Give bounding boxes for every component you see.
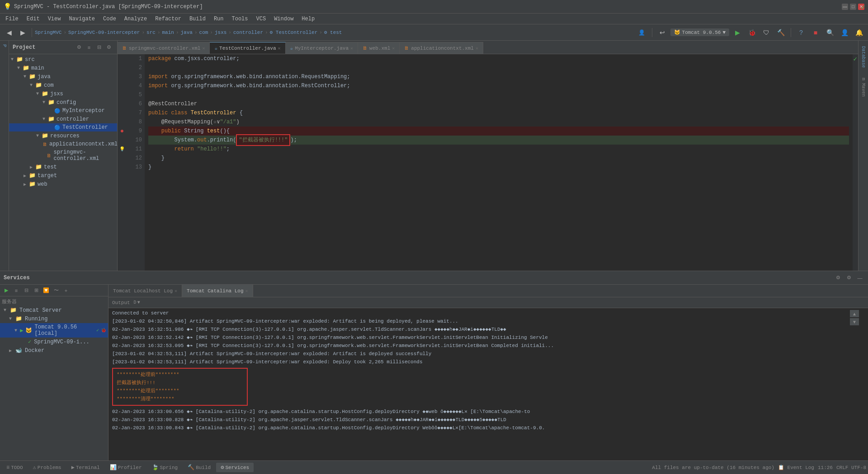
bottom-tab-todo[interactable]: ≡ TODO: [2, 463, 28, 472]
forward-button[interactable]: ▶: [16, 26, 29, 39]
menu-build[interactable]: Build: [186, 15, 209, 23]
tree-item-src[interactable]: ▼ 📁 src: [9, 55, 117, 64]
breadcrumb-module[interactable]: SpringMVC-09-intercepter: [68, 30, 140, 35]
svc-wave-btn[interactable]: 〜: [52, 286, 61, 295]
breadcrumb-testcontroller[interactable]: ⚙ TestController: [270, 29, 318, 35]
tab-springmvc-xml[interactable]: 🗎 springmvc-controller.xml ✕: [118, 42, 210, 54]
breakpoint-9[interactable]: ●: [120, 127, 124, 135]
tree-item-resources[interactable]: ▼ 📁 resources: [9, 131, 117, 140]
tree-item-web[interactable]: ▶ 📁 web: [9, 180, 117, 188]
sidebar-gear-btn[interactable]: ⚙: [75, 43, 84, 52]
bottom-tab-spring[interactable]: 🍃 Spring: [147, 463, 183, 472]
editor-scrollbar[interactable]: ✓: [853, 54, 858, 271]
search-everywhere-button[interactable]: 🔍: [824, 26, 836, 39]
menu-run[interactable]: Run: [210, 15, 227, 23]
tree-item-appctx[interactable]: 🗎 applicationcontxt.xml: [9, 140, 117, 148]
svc-filter2-btn[interactable]: 🔽: [42, 286, 51, 295]
log-tab-localhost[interactable]: Tomcat Localhost Log ✕: [108, 285, 182, 297]
tab-appctx[interactable]: 🗎 applicationcontxt.xml ✕: [400, 42, 483, 54]
tree-item-jsxs[interactable]: ▼ 📁 jsxs: [9, 89, 117, 98]
maximize-button[interactable]: □: [850, 4, 856, 10]
sidebar-collapse-btn[interactable]: ⊟: [94, 43, 104, 52]
svc-docker[interactable]: ▶ 🐋 Docker: [0, 346, 108, 355]
tree-item-myinterceptor[interactable]: 🔵 MyInterceptor: [9, 107, 117, 115]
tree-item-springmvc-xml[interactable]: 🗎 springmvc-controller.xml: [9, 148, 117, 163]
sidebar-settings-btn[interactable]: ⚙: [104, 43, 113, 52]
menu-refactor[interactable]: Refactor: [151, 15, 185, 23]
menu-navigate[interactable]: Navigate: [65, 15, 99, 23]
svc-run-btn[interactable]: ▶: [2, 286, 11, 295]
panel-settings-btn[interactable]: ⚙: [834, 273, 843, 282]
notifications-button[interactable]: 🔔: [853, 26, 865, 39]
menu-window[interactable]: Window: [270, 15, 297, 23]
menu-analyze[interactable]: Analyze: [121, 15, 151, 23]
tab-close-tc[interactable]: ✕: [278, 46, 281, 51]
breadcrumb-controller[interactable]: controller: [233, 30, 263, 35]
tree-item-testcontroller[interactable]: 🔵 TestController: [9, 123, 117, 131]
settings-button[interactable]: 👤: [636, 26, 648, 39]
menu-file[interactable]: File: [2, 15, 22, 23]
bottom-tab-profiler[interactable]: 📊 Profiler: [105, 463, 146, 472]
tree-item-config[interactable]: ▼ 📁 config: [9, 98, 117, 107]
breadcrumb-java[interactable]: java: [181, 30, 193, 35]
back-button[interactable]: ◀: [3, 26, 15, 39]
bottom-tab-problems[interactable]: ⚠ Problems: [28, 463, 66, 472]
menu-tools[interactable]: Tools: [228, 15, 252, 23]
breadcrumb-src[interactable]: src: [146, 30, 156, 35]
tab-close-mi[interactable]: ✕: [350, 46, 353, 51]
sidebar-expand-btn[interactable]: ≡: [85, 43, 94, 52]
maven-tab[interactable]: m Maven: [861, 74, 866, 100]
bottom-tab-build[interactable]: 🔨 Build: [183, 463, 215, 472]
bottom-tab-services[interactable]: ⚙ Services: [216, 463, 254, 472]
svc-tomcat-server[interactable]: ▼ 📁 Tomcat Server: [0, 306, 108, 314]
svc-add-btn[interactable]: +: [61, 286, 71, 295]
tree-item-main[interactable]: ▼ 📁 main: [9, 64, 117, 72]
status-event-log[interactable]: 📋 Event Log: [778, 465, 814, 470]
coverage-button[interactable]: 🛡: [760, 26, 773, 39]
bottom-tab-terminal[interactable]: ▶ Terminal: [67, 463, 104, 472]
tab-myinterceptor[interactable]: ☕ MyInterceptor.java ✕: [286, 42, 358, 54]
breadcrumb-com[interactable]: com: [199, 30, 208, 35]
tab-webxml[interactable]: 🗎 web.xml ✕: [358, 42, 400, 54]
log-tab-catalina-close[interactable]: ✕: [245, 288, 248, 294]
user-button[interactable]: 👤: [838, 26, 851, 39]
svc-group-btn[interactable]: ⊞: [32, 286, 41, 295]
tab-close-appctx[interactable]: ✕: [476, 46, 478, 51]
minimize-button[interactable]: —: [842, 4, 848, 10]
scroll-up-btn[interactable]: ▲: [850, 310, 859, 317]
panel-gear-btn[interactable]: ⚙: [844, 273, 854, 282]
tree-item-target[interactable]: ▶ 📁 target: [9, 171, 117, 180]
undo-button[interactable]: ↩: [656, 26, 669, 39]
svc-filter-btn[interactable]: ⊟: [22, 286, 31, 295]
debug-button[interactable]: 🐞: [745, 26, 758, 39]
log-tab-localhost-close[interactable]: ✕: [175, 288, 177, 294]
panel-minimize-btn[interactable]: —: [855, 273, 864, 282]
project-icon[interactable]: P: [2, 42, 7, 49]
tree-item-controller[interactable]: ▼ 📁 controller: [9, 115, 117, 123]
stop-button[interactable]: ■: [809, 26, 822, 39]
breadcrumb-main[interactable]: main: [162, 30, 174, 35]
breadcrumb-test[interactable]: ⚙ test: [324, 29, 342, 35]
log-tab-catalina[interactable]: Tomcat Catalina Log ✕: [182, 285, 253, 297]
svc-springmvc-deploy[interactable]: ✓ SpringMVC-09-i...: [0, 338, 108, 346]
menu-help[interactable]: Help: [298, 15, 318, 23]
breadcrumb-springmvc[interactable]: SpringMVC: [35, 30, 61, 35]
tab-testcontroller[interactable]: ☕ TestController.java ✕: [210, 42, 285, 54]
menu-vcs[interactable]: VCS: [253, 15, 270, 23]
run-config[interactable]: 🐱 Tomcat 9.0.56 ▼: [670, 28, 729, 36]
build-button[interactable]: 🔨: [774, 26, 787, 39]
menu-view[interactable]: View: [44, 15, 65, 23]
tab-close-sxml[interactable]: ✕: [202, 46, 205, 51]
svc-tomcat-instance[interactable]: ▼ ▶ 🐱 Tomcat 9.0.56 [local] ✓ 🐞: [0, 323, 108, 338]
breadcrumb-jsxs[interactable]: jsxs: [215, 30, 226, 35]
tree-item-test[interactable]: ▶ 📁 test: [9, 163, 117, 171]
scroll-down-btn[interactable]: ▼: [850, 318, 859, 325]
svc-align-btn[interactable]: ≡: [12, 286, 21, 295]
tab-close-webxml[interactable]: ✕: [392, 46, 395, 51]
help-button[interactable]: ?: [795, 26, 807, 39]
tree-item-java[interactable]: ▼ 📁 java: [9, 72, 117, 81]
svc-running[interactable]: ▼ 📁 Running: [0, 314, 108, 323]
tree-item-com[interactable]: ▼ 📁 com: [9, 81, 117, 89]
run-button[interactable]: ▶: [731, 26, 744, 39]
database-tab[interactable]: Database: [861, 42, 866, 71]
